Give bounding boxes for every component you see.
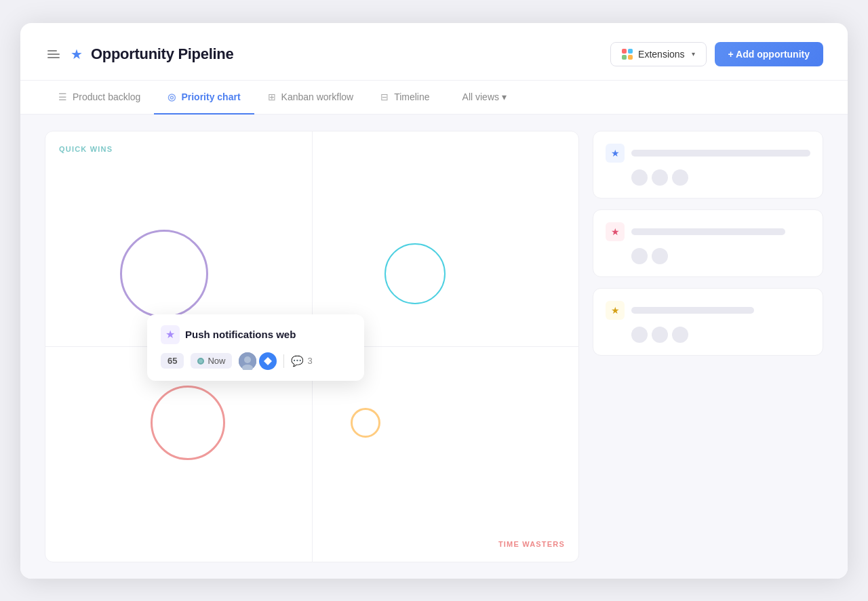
card-1-dots [606, 169, 810, 186]
now-label: Now [208, 356, 225, 366]
add-opportunity-button[interactable]: + Add opportunity [715, 42, 823, 66]
tab-timeline[interactable]: ⊟ Timeline [367, 81, 443, 115]
card-3-dot-3 [672, 327, 688, 343]
quick-wins-label: QUICK WINS [59, 145, 113, 153]
panel-card-2[interactable]: ★ [593, 209, 823, 277]
card-2-row: ★ [606, 222, 810, 241]
ext-dot-2 [628, 49, 633, 54]
kanban-icon: ⊞ [268, 91, 276, 102]
page-title: Opportunity Pipeline [91, 45, 233, 63]
popup-meta: 65 Now [161, 352, 351, 370]
menu-icon[interactable] [45, 47, 62, 61]
comment-count: 3 [307, 356, 312, 366]
card-1-dot-2 [652, 169, 668, 186]
priority-chart-icon: ◎ [167, 91, 176, 102]
card-2-dot-1 [631, 248, 648, 264]
chevron-down-icon: ▾ [692, 50, 695, 58]
card-2-title-skeleton [631, 228, 785, 235]
ext-dot-4 [628, 55, 633, 60]
avatars-group [239, 352, 277, 370]
avatar-1 [239, 352, 256, 370]
card-1-dot-1 [631, 169, 648, 186]
header-right: Extensions ▾ + Add opportunity [610, 42, 823, 66]
card-2-dots [606, 248, 810, 264]
time-wasters-label: TIME WASTERS [498, 540, 565, 548]
header: ★ Opportunity Pipeline Extensions ▾ + Ad… [20, 23, 848, 81]
card-3-star-icon: ★ [606, 301, 625, 320]
card-3-dots [606, 327, 810, 343]
panel-card-3[interactable]: ★ [593, 288, 823, 356]
now-badge: Now [191, 353, 232, 369]
avatar-2 [259, 352, 277, 370]
card-3-row: ★ [606, 301, 810, 320]
tab-all-views[interactable]: All views ▾ [449, 81, 520, 115]
now-dot-icon [197, 358, 204, 365]
product-backlog-icon: ☰ [58, 91, 67, 102]
tab-kanban-workflow[interactable]: ⊞ Kanban workflow [254, 81, 368, 115]
ext-dot-1 [622, 49, 627, 54]
ext-dot-3 [622, 55, 627, 60]
extensions-label: Extensions [638, 49, 684, 60]
comment-icon: 💬 [291, 355, 304, 367]
all-views-label: All views ▾ [462, 91, 507, 102]
popup-card[interactable]: ★ Push notifications web 65 Now [147, 314, 364, 381]
app-window: ★ Opportunity Pipeline Extensions ▾ + Ad… [20, 23, 848, 579]
circle-pink-large[interactable] [151, 386, 225, 460]
priority-chart-area: QUICK WINS TIME WASTERS ★ Push notificat… [45, 131, 579, 562]
tab-product-backlog[interactable]: ☰ Product backlog [45, 81, 154, 115]
panel-card-1[interactable]: ★ [593, 131, 823, 199]
card-3-dot-2 [652, 327, 668, 343]
right-panel: ★ ★ [593, 131, 823, 562]
timeline-icon: ⊟ [380, 91, 389, 102]
extensions-button[interactable]: Extensions ▾ [610, 42, 706, 66]
add-button-label: + Add opportunity [728, 49, 810, 60]
meta-separator [283, 354, 284, 368]
card-3-title-skeleton [631, 307, 754, 314]
card-1-dot-3 [672, 169, 688, 186]
popup-title-row: ★ Push notifications web [161, 325, 351, 344]
card-1-row: ★ [606, 144, 810, 163]
svg-marker-3 [264, 357, 272, 365]
circle-yellow-small[interactable] [351, 408, 380, 438]
card-1-star-icon: ★ [606, 144, 625, 163]
tab-timeline-label: Timeline [394, 91, 429, 102]
circle-purple-large[interactable] [120, 230, 208, 318]
popup-title: Push notifications web [185, 329, 296, 340]
circle-cyan-medium[interactable] [384, 243, 446, 304]
tab-priority-chart[interactable]: ◎ Priority chart [154, 81, 254, 115]
card-2-star-icon: ★ [606, 222, 625, 241]
comments-badge: 💬 3 [291, 355, 312, 367]
tab-product-backlog-label: Product backlog [73, 91, 140, 102]
tabs-bar: ☰ Product backlog ◎ Priority chart ⊞ Kan… [20, 81, 848, 115]
card-2-dot-2 [652, 248, 668, 264]
score-badge: 65 [161, 353, 184, 369]
extensions-dots-icon [622, 49, 633, 60]
popup-star-icon: ★ [161, 325, 180, 344]
card-3-dot-1 [631, 327, 648, 343]
tab-priority-chart-label: Priority chart [181, 91, 240, 102]
header-left: ★ Opportunity Pipeline [45, 45, 233, 63]
tab-kanban-label: Kanban workflow [281, 91, 354, 102]
star-icon: ★ [71, 46, 83, 62]
svg-point-1 [244, 356, 251, 363]
card-1-title-skeleton [631, 150, 810, 157]
main-content: QUICK WINS TIME WASTERS ★ Push notificat… [20, 115, 848, 579]
